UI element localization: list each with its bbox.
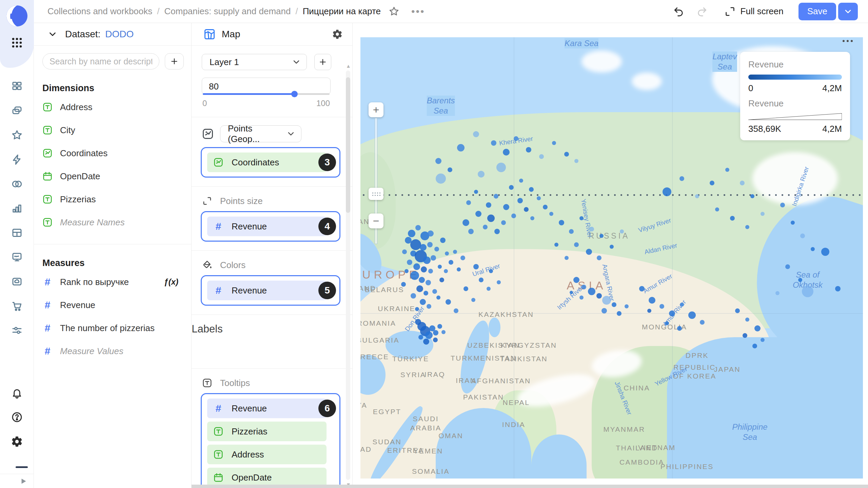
map-data-point[interactable] <box>677 326 682 331</box>
map-data-point[interactable] <box>791 221 795 225</box>
map-data-point[interactable] <box>725 168 729 172</box>
layer-select[interactable]: Layer 1 <box>202 54 307 70</box>
tooltips-field-p[interactable]: Pizzerias <box>207 422 327 441</box>
map-data-point[interactable] <box>457 144 465 151</box>
map-data-point[interactable] <box>700 320 705 325</box>
map-data-point[interactable] <box>436 174 446 184</box>
dimension-item[interactable]: Coordinates <box>34 142 191 165</box>
map-data-point[interactable] <box>695 194 699 198</box>
map-data-point[interactable] <box>559 220 564 225</box>
breadcrumb-item[interactable]: Collections and workbooks <box>47 6 152 17</box>
map-data-point[interactable] <box>665 321 669 325</box>
map-data-point[interactable] <box>496 163 506 172</box>
cart-icon[interactable] <box>9 299 24 313</box>
map-data-point[interactable] <box>537 196 541 200</box>
map-data-point[interactable] <box>509 185 514 190</box>
map-data-point[interactable] <box>448 167 452 172</box>
map-data-point[interactable] <box>420 244 427 251</box>
map-data-point[interactable] <box>524 207 529 212</box>
map-data-point[interactable] <box>588 288 595 295</box>
map-data-point[interactable] <box>435 158 441 164</box>
map-data-point[interactable] <box>431 255 436 261</box>
map-data-point[interactable] <box>735 308 740 313</box>
lightning-icon[interactable] <box>9 152 24 167</box>
map-data-point[interactable] <box>473 264 479 269</box>
map-menu-ellipsis-icon[interactable] <box>843 40 853 42</box>
geopoints-field-p[interactable]: Coordinates <box>207 152 327 172</box>
map-data-point[interactable] <box>486 202 491 208</box>
horizontal-scrollbar[interactable] <box>192 485 868 488</box>
map-data-point[interactable] <box>421 266 427 272</box>
opacity-slider[interactable] <box>203 93 330 95</box>
map-data-point[interactable] <box>446 299 451 305</box>
table-icon[interactable] <box>9 225 24 240</box>
map-data-point[interactable] <box>745 225 749 229</box>
map-data-point[interactable] <box>569 229 574 234</box>
tooltips-drop-zone[interactable]: # Revenue Pizzerias Address OpenDate6 <box>201 393 340 488</box>
map-data-point[interactable] <box>449 260 453 265</box>
dimension-item[interactable]: Address <box>34 96 191 119</box>
tooltips-field-p[interactable]: Address <box>207 445 327 464</box>
fullscreen-label[interactable]: Full screen <box>741 6 784 17</box>
map-data-point[interactable] <box>730 216 735 221</box>
tooltips-field-p[interactable]: # Revenue <box>207 399 327 418</box>
map-data-point[interactable] <box>460 256 465 260</box>
collapse-chevron-icon[interactable] <box>47 29 58 39</box>
map-data-point[interactable] <box>554 243 558 247</box>
rail-collapse-handle[interactable] <box>16 466 28 468</box>
map-data-point[interactable] <box>745 318 749 322</box>
map-data-point[interactable] <box>564 152 569 157</box>
map-data-point[interactable] <box>663 187 671 196</box>
map-data-point[interactable] <box>761 338 765 342</box>
map-data-point[interactable] <box>474 190 478 194</box>
map-data-point[interactable] <box>491 140 496 146</box>
measure-item[interactable]: # The number of pizzerias <box>34 317 191 340</box>
map-data-point[interactable] <box>503 204 509 210</box>
map-data-point[interactable] <box>494 229 500 234</box>
map-data-point[interactable] <box>408 230 415 237</box>
map-data-point[interactable] <box>610 245 614 249</box>
map-data-point[interactable] <box>478 171 485 178</box>
undo-icon[interactable] <box>673 6 684 17</box>
map-data-point[interactable] <box>596 293 602 299</box>
map-data-point[interactable] <box>445 251 449 256</box>
map-data-point[interactable] <box>798 278 802 282</box>
save-options-button[interactable] <box>838 3 858 20</box>
map-data-point[interactable] <box>617 311 622 316</box>
opacity-slider-thumb[interactable] <box>291 91 298 97</box>
folders-icon[interactable] <box>9 103 24 118</box>
map-data-point[interactable] <box>821 248 829 256</box>
map-data-point[interactable] <box>565 256 569 260</box>
map-data-point[interactable] <box>427 242 433 247</box>
zoom-out-button[interactable]: − <box>369 214 383 228</box>
gear-icon[interactable] <box>332 29 343 40</box>
map-data-point[interactable] <box>501 220 506 225</box>
map-data-point[interactable] <box>517 198 523 203</box>
map-data-point[interactable] <box>743 333 747 338</box>
scroll-up-icon[interactable]: ▲ <box>346 63 350 69</box>
map-data-point[interactable] <box>530 216 534 220</box>
map-data-point[interactable] <box>710 181 714 185</box>
cloud-folder-icon[interactable] <box>9 274 24 289</box>
map-data-point[interactable] <box>423 257 431 264</box>
map-data-point[interactable] <box>529 187 534 192</box>
map-data-point[interactable] <box>647 309 651 313</box>
map-data-point[interactable] <box>466 200 471 205</box>
points-size-field-p[interactable]: # Revenue <box>207 217 327 236</box>
save-button[interactable]: Save <box>798 3 836 20</box>
map-data-point[interactable] <box>639 286 645 291</box>
map-data-point[interactable] <box>438 265 442 269</box>
map-data-point[interactable] <box>543 205 548 209</box>
map-data-point[interactable] <box>420 299 426 305</box>
map-data-point[interactable] <box>649 297 655 304</box>
map-data-point[interactable] <box>405 269 409 273</box>
add-field-button[interactable] <box>165 53 184 69</box>
zoom-in-button[interactable]: + <box>369 102 383 117</box>
map-data-point[interactable] <box>526 147 531 152</box>
question-icon[interactable] <box>9 410 24 425</box>
circles-icon[interactable] <box>9 177 24 191</box>
map-data-point[interactable] <box>780 203 785 207</box>
map-data-point[interactable] <box>549 212 553 216</box>
map-data-point[interactable] <box>444 269 448 273</box>
map-data-point[interactable] <box>432 289 437 294</box>
